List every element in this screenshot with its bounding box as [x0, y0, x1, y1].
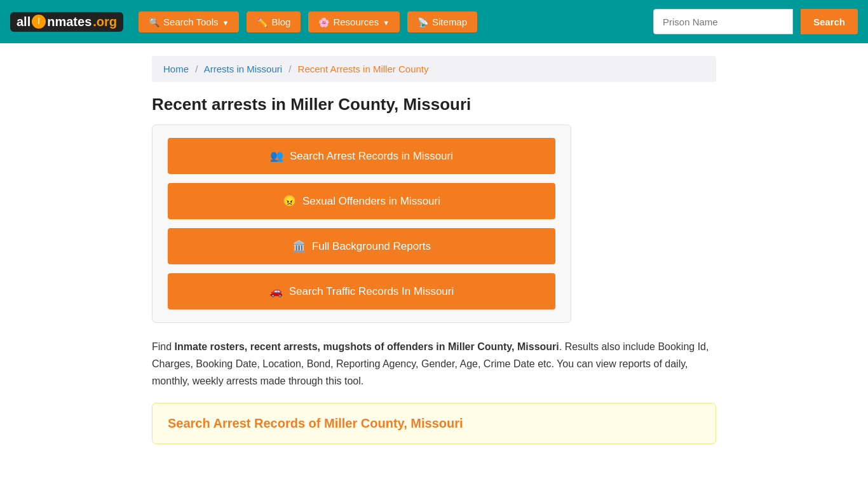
main-content: Home / Arrests in Missouri / Recent Arre… — [142, 43, 726, 457]
page-title: Recent arrests in Miller County, Missour… — [152, 95, 716, 114]
sexual-offenders-button[interactable]: Sexual Offenders in Missouri — [168, 183, 555, 219]
resources-button[interactable]: Resources — [308, 11, 400, 32]
description-bold: Inmate rosters, recent arrests, mugshots… — [175, 341, 559, 352]
logo-dot: Î — [32, 15, 46, 29]
search-arrest-records-button[interactable]: Search Arrest Records in Missouri — [168, 138, 555, 174]
blog-icon — [257, 17, 268, 27]
action-buttons-card: Search Arrest Records in Missouri Sexual… — [152, 125, 571, 323]
breadcrumb-current: Recent Arrests in Miller County — [298, 64, 429, 74]
logo-text-inmates: nmates — [47, 15, 92, 29]
breadcrumb-sep-2: / — [288, 64, 291, 74]
sitemap-button[interactable]: Sitemap — [407, 11, 477, 32]
traffic-records-button[interactable]: Search Traffic Records In Missouri — [168, 273, 555, 309]
resources-caret-icon — [383, 17, 390, 27]
resources-icon — [318, 17, 329, 27]
logo-org: .org — [93, 15, 117, 29]
car-icon — [269, 285, 283, 298]
search-tools-icon — [149, 17, 159, 27]
breadcrumb-home-link[interactable]: Home — [163, 64, 189, 74]
search-section-title: Search Arrest Records of Miller County, … — [168, 416, 700, 431]
breadcrumb: Home / Arrests in Missouri / Recent Arre… — [152, 56, 716, 82]
angry-icon — [283, 194, 296, 208]
logo-text-all: all — [17, 15, 31, 29]
people-icon — [270, 149, 283, 163]
breadcrumb-arrests-link[interactable]: Arrests in Missouri — [204, 64, 282, 74]
building-icon — [292, 240, 306, 253]
prison-name-input[interactable] — [653, 9, 793, 34]
search-section: Search Arrest Records of Miller County, … — [152, 403, 716, 444]
navbar: all Î nmates .org Search Tools Blog Reso… — [0, 0, 868, 43]
blog-button[interactable]: Blog — [247, 11, 301, 32]
navbar-search-button[interactable]: Search — [801, 9, 858, 34]
logo[interactable]: all Î nmates .org — [10, 12, 123, 32]
search-tools-button[interactable]: Search Tools — [139, 11, 239, 32]
breadcrumb-sep-1: / — [195, 64, 198, 74]
background-reports-button[interactable]: Full Background Reports — [168, 228, 555, 264]
description-text: Find Inmate rosters, recent arrests, mug… — [152, 338, 716, 390]
sitemap-icon — [417, 17, 428, 27]
search-tools-caret-icon — [222, 17, 229, 27]
